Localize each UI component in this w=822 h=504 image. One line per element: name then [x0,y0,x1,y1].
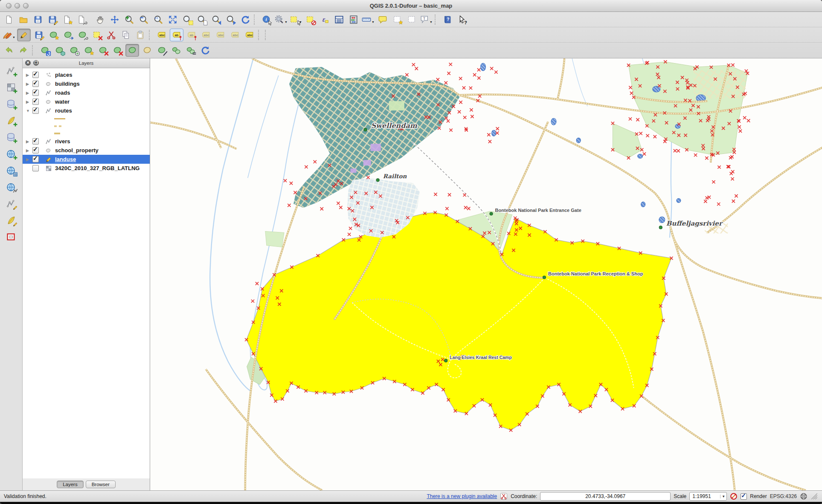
crs-status-icon[interactable] [800,492,807,500]
redo-button[interactable] [17,44,30,56]
layer-label[interactable]: rivers [55,138,70,145]
toolbar-handle[interactable] [258,30,262,40]
layer-row-routes[interactable]: ▼routes [23,106,150,115]
expand-arrow-icon[interactable]: ▶ [26,157,32,162]
tab-browser[interactable]: Browser [86,481,116,488]
measure-line-button[interactable]: ▼ [362,14,375,26]
layer-visibility-checkbox[interactable] [32,147,39,154]
add-vector-layer-button[interactable] [4,64,18,77]
expand-arrow-icon[interactable]: ▶ [26,82,32,86]
zoom-out-button[interactable] [137,14,150,26]
rotate-point-symbols-button[interactable] [199,44,212,56]
label-properties-button[interactable] [214,29,227,41]
expand-arrow-icon[interactable]: ▶ [26,139,32,144]
panel-close-button[interactable]: ✕ [25,60,31,66]
layer-row-rivers[interactable]: ▶rivers [23,137,150,146]
add-spatialite-layer-button[interactable] [4,114,18,127]
paste-features-button[interactable] [134,29,147,41]
layer-row-roads[interactable]: ▶roads [23,88,150,97]
expand-arrow-icon[interactable]: ▶ [26,73,32,77]
layer-row-landuse[interactable]: ▶landuse [23,155,150,164]
save-layer-edits-button[interactable] [32,29,45,41]
panel-float-button[interactable]: ❒ [33,60,39,66]
identify-features-button[interactable] [260,14,273,26]
layer-row-buildings[interactable]: ▶buildings [23,79,150,88]
new-spatialite-layer-button[interactable] [4,214,18,227]
add-mssql-layer-button[interactable] [4,131,18,144]
dropdown-arrow-icon[interactable]: ▼ [430,20,433,23]
expand-arrow-icon[interactable]: ▶ [26,100,32,104]
refresh-map-button[interactable] [239,14,252,26]
delete-ring-button[interactable] [96,44,109,56]
layer-label[interactable]: buildings [55,81,80,87]
resize-grip[interactable] [810,492,818,500]
rotate-feature-button[interactable] [38,44,51,56]
new-bookmark-button[interactable] [391,14,404,26]
new-project-button[interactable] [3,14,15,26]
rotate-label-button[interactable] [185,29,198,41]
add-postgis-layer-button[interactable] [4,98,18,110]
undo-button[interactable] [3,44,15,56]
reshape-features-button[interactable] [125,44,139,57]
layer-visibility-checkbox[interactable] [32,156,39,162]
tab-layers[interactable]: Layers [57,481,84,488]
text-annotation-button[interactable]: ▼ [420,14,433,26]
open-attribute-table-button[interactable] [333,14,346,26]
toolbar-handle[interactable] [265,30,269,40]
remove-layer-button[interactable] [4,231,18,243]
copy-features-button[interactable] [119,29,132,41]
layer-visibility-checkbox[interactable] [32,165,39,171]
dropdown-arrow-icon[interactable]: ▼ [12,36,15,39]
move-feature-button[interactable] [61,29,74,41]
help-contents-button[interactable] [441,14,454,26]
new-plugin-link[interactable]: There is a new plugin available [427,493,497,499]
layer-label[interactable]: landuse [55,156,76,162]
select-features-button[interactable]: ▼ [289,14,302,26]
add-ring-button[interactable] [67,44,80,56]
expand-arrow-icon[interactable]: ▶ [26,91,32,95]
expand-arrow-icon[interactable]: ▶ [26,148,32,153]
layer-label[interactable]: 3420C_2010_327_RGB_LATLNG [55,165,139,171]
map-tips-button[interactable] [376,14,389,26]
add-wms-layer-button[interactable] [4,148,18,160]
zoom-next-button[interactable] [224,14,237,26]
add-raster-layer-button[interactable] [4,81,18,94]
highlight-pinned-labels-button[interactable] [243,29,256,41]
zoom-to-layer-button[interactable] [195,14,208,26]
merge-features-button[interactable] [170,44,183,56]
pin-unpin-labels-button[interactable] [229,29,241,41]
field-calculator-button[interactable] [347,14,360,26]
layer-row-3420C_2010_327_RGB_LATLNG[interactable]: 3420C_2010_327_RGB_LATLNG [23,164,150,173]
layer-row-places[interactable]: ▶places [23,70,150,79]
zoom-actual-size-button[interactable] [152,14,165,26]
scale-dropdown-arrow[interactable]: ▼ [720,495,726,498]
render-checkbox[interactable] [741,493,747,500]
run-feature-action-button[interactable]: ▼ [275,14,288,26]
pan-map-button[interactable] [94,14,107,26]
move-label-button[interactable] [170,29,183,41]
toolbar-handle[interactable] [254,14,258,25]
dropdown-arrow-icon[interactable]: ▼ [285,20,288,23]
change-label-button[interactable] [200,29,212,41]
landuse-selected-feature[interactable] [247,212,671,430]
save-project-button[interactable] [32,14,44,26]
toolbar-handle[interactable] [32,45,36,55]
save-project-as-button[interactable] [46,14,59,26]
cut-features-button[interactable] [105,29,118,41]
add-feature-button[interactable] [47,29,60,41]
offset-curve-button[interactable] [141,44,154,56]
zoom-in-button[interactable] [123,14,136,26]
toolbar-handle[interactable] [435,14,439,25]
new-shapefile-layer-button[interactable] [4,197,18,210]
select-by-expression-button[interactable] [318,14,331,26]
pan-to-selection-button[interactable] [108,14,121,26]
simplify-feature-button[interactable] [53,44,66,56]
deselect-features-button[interactable] [304,14,317,26]
layer-visibility-checkbox[interactable] [32,98,39,105]
zoom-last-button[interactable] [210,14,223,26]
delete-selected-button[interactable] [90,29,103,41]
add-wcs-layer-button[interactable] [4,164,18,177]
layer-visibility-checkbox[interactable] [32,138,39,145]
zoom-full-extent-button[interactable] [166,14,179,26]
dropdown-arrow-icon[interactable]: ▼ [372,20,375,23]
